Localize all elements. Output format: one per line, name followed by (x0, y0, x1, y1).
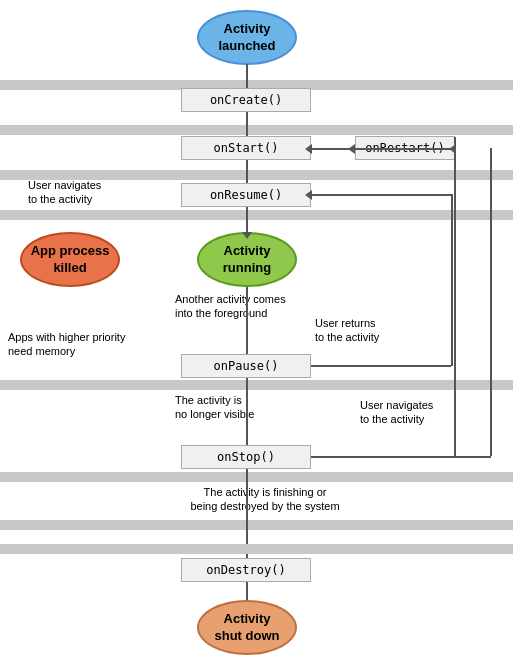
oncreate-box: onCreate() (181, 88, 311, 112)
user-navigates-right-label: User navigatesto the activity (360, 398, 505, 427)
line-onpause-feedback (451, 194, 453, 366)
line-onresume-running (246, 207, 248, 233)
activity-launched-oval: Activitylaunched (197, 10, 297, 65)
finishing-label: The activity is finishing orbeing destro… (165, 485, 365, 514)
user-returns-label: User returnsto the activity (315, 316, 460, 345)
activity-running-oval: Activityrunning (197, 232, 297, 287)
ondestroy-box: onDestroy() (181, 558, 311, 582)
line-onpause-onstop (246, 378, 248, 446)
line-navigates-to-onrestart (354, 148, 454, 150)
onstop-box: onStop() (181, 445, 311, 469)
line-ondestroy-shutdown (246, 582, 248, 602)
line-onstop-feedback2 (490, 148, 492, 456)
gray-band-6 (0, 472, 513, 482)
another-activity-label: Another activity comesinto the foregroun… (175, 292, 330, 321)
gray-band-2 (0, 125, 513, 135)
app-killed-oval: App processkilled (20, 232, 120, 287)
gray-band-8 (0, 544, 513, 554)
no-longer-visible-label: The activity isno longer visible (175, 393, 335, 422)
apps-priority-label: Apps with higher priorityneed memory (8, 330, 168, 359)
line-launched-oncreate (246, 64, 248, 89)
line-onpause-right (311, 365, 451, 367)
line-onstart-onresume (246, 160, 248, 184)
onresume-box: onResume() (181, 183, 311, 207)
line-onstop-right (311, 456, 451, 458)
activity-shutdown-oval: Activityshut down (197, 600, 297, 655)
onpause-box: onPause() (181, 354, 311, 378)
line-user-returns-to-onresume (311, 194, 451, 196)
gray-band-7 (0, 520, 513, 530)
lifecycle-diagram: Activitylaunched onCreate() onStart() on… (0, 0, 513, 663)
gray-band-4 (0, 210, 513, 220)
line-oncreate-onstart (246, 112, 248, 137)
line-onstop-feedback-right (454, 148, 456, 456)
line-running-onpause (246, 287, 248, 355)
user-navigates-label: User navigatesto the activity (28, 178, 173, 207)
gray-band-5 (0, 380, 513, 390)
onstart-box: onStart() (181, 136, 311, 160)
line-onstop-right2 (451, 456, 491, 458)
